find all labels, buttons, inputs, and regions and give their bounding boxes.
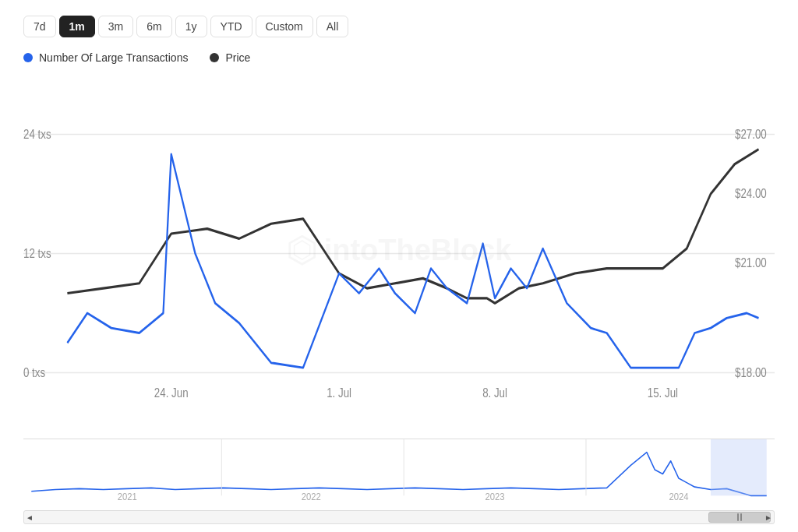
- page-container: 7d1m3m6m1yYTDCustomAll Number Of Large T…: [0, 0, 798, 532]
- svg-text:$18.00: $18.00: [735, 365, 767, 379]
- time-range-selector: 7d1m3m6m1yYTDCustomAll: [23, 16, 775, 37]
- svg-text:$27.00: $27.00: [735, 126, 767, 141]
- svg-text:24. Jun: 24. Jun: [154, 386, 189, 400]
- svg-text:24 txs: 24 txs: [23, 126, 51, 141]
- svg-text:2022: 2022: [302, 491, 321, 502]
- legend-label-price: Price: [225, 51, 250, 64]
- mini-chart-svg: 2021 2022 2023 2024: [23, 439, 775, 509]
- svg-text:12 txs: 12 txs: [23, 245, 51, 260]
- svg-text:8. Jul: 8. Jul: [482, 386, 507, 400]
- scrollbar-thumb[interactable]: [708, 512, 771, 523]
- time-btn-ytd[interactable]: YTD: [210, 16, 252, 37]
- legend-dot-blue: [23, 53, 33, 62]
- chart-wrapper: intoTheBlock 24 txs 12 txs 0 txs $27.00 …: [23, 75, 775, 524]
- time-btn-6m[interactable]: 6m: [136, 16, 171, 37]
- chart-scrollbar[interactable]: ◄ ►: [23, 510, 775, 524]
- svg-text:2023: 2023: [486, 491, 506, 502]
- time-btn-7d[interactable]: 7d: [23, 16, 56, 37]
- svg-text:$21.00: $21.00: [735, 255, 767, 270]
- time-btn-custom[interactable]: Custom: [256, 16, 313, 37]
- svg-text:2021: 2021: [118, 491, 137, 502]
- chart-legend: Number Of Large Transactions Price: [23, 51, 775, 64]
- scroll-left-icon[interactable]: ◄: [26, 513, 34, 522]
- legend-dot-dark: [210, 53, 219, 62]
- scroll-right-icon[interactable]: ►: [764, 513, 772, 522]
- grip-line-1: [737, 513, 739, 521]
- main-chart: intoTheBlock 24 txs 12 txs 0 txs $27.00 …: [23, 75, 775, 432]
- grip-line-2: [740, 513, 742, 521]
- time-btn-1m[interactable]: 1m: [59, 16, 95, 37]
- svg-text:0 txs: 0 txs: [23, 365, 45, 379]
- legend-item-price: Price: [210, 51, 250, 64]
- mini-chart-container: 2021 2022 2023 2024: [23, 439, 775, 509]
- time-btn-all[interactable]: All: [316, 16, 349, 37]
- svg-rect-21: [711, 439, 767, 495]
- time-btn-1y[interactable]: 1y: [175, 16, 207, 37]
- grip-handle: [737, 513, 742, 521]
- svg-text:15. Jul: 15. Jul: [648, 386, 678, 400]
- svg-text:2024: 2024: [669, 491, 689, 502]
- main-chart-svg: 24 txs 12 txs 0 txs $27.00 $24.00 $21.00…: [23, 75, 775, 432]
- svg-text:1. Jul: 1. Jul: [327, 386, 351, 400]
- legend-label-transactions: Number Of Large Transactions: [39, 51, 188, 64]
- legend-item-transactions: Number Of Large Transactions: [23, 51, 188, 64]
- time-btn-3m[interactable]: 3m: [98, 16, 133, 37]
- svg-text:$24.00: $24.00: [735, 186, 767, 201]
